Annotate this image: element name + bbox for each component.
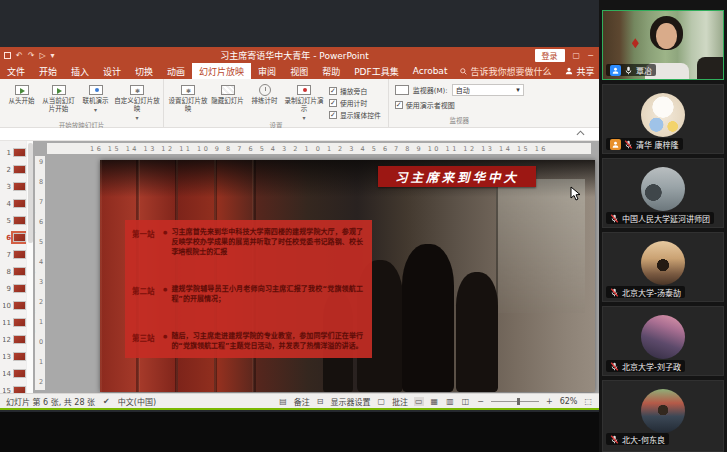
ribbon-options-icon[interactable]: ▢ — [573, 51, 581, 60]
save-icon[interactable] — [4, 52, 11, 59]
slide-canvas: 16 15 14 13 12 11 10 9 8 7 6 5 4 3 2 1 0… — [33, 141, 599, 395]
station-text: 随后，习主席走进建规学院的专业教室，参加同学们正在举行的“党旗领航工程”主题党日… — [171, 331, 363, 351]
participant-tile[interactable]: 北京大学-汤泰劼 — [602, 232, 724, 302]
slide-thumb-13[interactable]: 13 — [0, 348, 26, 365]
hide-slide-button[interactable]: 隐藏幻灯片 — [209, 82, 246, 106]
zoom-slider[interactable] — [491, 401, 539, 402]
slide-thumb-2[interactable]: 2 — [0, 161, 26, 178]
thumbnail-image — [13, 318, 26, 327]
tab-review[interactable]: 审阅 — [251, 63, 283, 79]
slide-thumb-10[interactable]: 10 — [0, 297, 26, 314]
bullet-icon: ● — [163, 227, 167, 257]
fit-to-window-icon[interactable]: ⬚ — [583, 397, 593, 406]
slide-editing-area[interactable]: 习主席来到华中大 第一站 ● 习主席首先来到华中科技大学南四楼的建规学院大厅，参… — [100, 160, 595, 392]
thumbnail-image — [13, 250, 26, 259]
setup-slideshow-button[interactable]: ✱ 设置幻灯片放映 — [167, 82, 209, 114]
person-silhouette — [402, 244, 454, 392]
display-settings-button[interactable]: 显示器设置 — [330, 396, 370, 407]
mic-muted-icon — [610, 214, 619, 223]
thumbnail-image — [13, 199, 26, 208]
monitor-play-icon — [15, 85, 29, 95]
language-indicator[interactable]: 中文(中国) — [118, 396, 156, 407]
participant-name: 中国人民大学延河讲师团 — [622, 213, 710, 224]
station-text: 习主席首先来到华中科技大学南四楼的建规学院大厅，参观了反映学校办学成果的展览并听… — [171, 227, 363, 257]
zoom-out-icon[interactable]: − — [476, 397, 485, 406]
redo-icon[interactable]: ↷ — [28, 51, 35, 60]
login-button[interactable]: 登录 — [535, 49, 565, 62]
comments-icon: ▢ — [376, 397, 386, 406]
slide-thumb-7[interactable]: 7 — [0, 246, 26, 263]
slide-thumb-11[interactable]: 11 — [0, 314, 26, 331]
tab-slideshow[interactable]: 幻灯片放映 — [192, 63, 251, 79]
rehearse-timings-button[interactable]: 排练计时 — [246, 82, 283, 106]
from-beginning-button[interactable]: 从头开始 — [3, 82, 40, 106]
member-badge-icon — [610, 139, 621, 150]
slide-thumb-4[interactable]: 4 — [0, 195, 26, 212]
monitor-dropdown[interactable]: 自动 ▾ — [452, 84, 524, 96]
slide-thumb-8[interactable]: 8 — [0, 263, 26, 280]
tab-view[interactable]: 视图 — [283, 63, 315, 79]
use-presenter-view-checkbox[interactable]: ✓ 使用演示者视图 — [395, 100, 524, 110]
show-media-controls-checkbox[interactable]: ✓ 显示媒体控件 — [329, 110, 381, 120]
slide-thumb-3[interactable]: 3 — [0, 178, 26, 195]
view-slideshow-icon[interactable]: ◫ — [461, 397, 471, 406]
display-settings-icon: ⊟ — [316, 397, 325, 406]
slide-thumb-5[interactable]: 5 — [0, 212, 26, 229]
slide-thumb-12[interactable]: 12 — [0, 331, 26, 348]
tab-home[interactable]: 开始 — [32, 63, 64, 79]
slide-thumbnail-panel[interactable]: 1 2 3 4 5 6 7 8 9 10 11 12 13 14 15 — [0, 141, 26, 395]
tab-insert[interactable]: 插入 — [64, 63, 96, 79]
zoom-slider-thumb[interactable] — [517, 398, 520, 405]
present-online-button[interactable]: 联机演示 ▾ — [77, 82, 114, 113]
participant-name: 覃冶 — [636, 65, 652, 76]
thumbnail-scrollbar[interactable] — [26, 141, 33, 395]
undo-icon[interactable]: ↶ — [16, 51, 23, 60]
zoom-level[interactable]: 62% — [560, 397, 578, 406]
slide-thumb-1[interactable]: 1 — [0, 144, 26, 161]
tab-animations[interactable]: 动画 — [160, 63, 192, 79]
slide-title-banner: 习主席来到华中大 — [378, 166, 536, 187]
minimize-icon[interactable]: ─ — [588, 51, 593, 60]
participant-tile-speaker[interactable]: 覃冶 — [602, 10, 724, 80]
custom-slideshow-button[interactable]: ✱ 自定义幻灯片放映 ▾ — [114, 82, 160, 121]
notes-button[interactable]: 备注 — [294, 396, 310, 407]
use-timings-checkbox[interactable]: ✓ 使用计时 — [329, 98, 381, 108]
view-normal-icon[interactable]: ▭ — [414, 397, 424, 406]
tab-transitions[interactable]: 切换 — [128, 63, 160, 79]
tab-pdf-tools[interactable]: PDF工具集 — [347, 63, 406, 79]
tab-help[interactable]: 帮助 — [315, 63, 347, 79]
clock-icon — [259, 84, 271, 96]
participant-name: 北京大学-刘子政 — [622, 361, 681, 372]
monitor-online-icon — [89, 85, 103, 95]
play-narrations-checkbox[interactable]: ✓ 播放旁白 — [329, 86, 381, 96]
slide-thumb-9[interactable]: 9 — [0, 280, 26, 297]
zoom-in-icon[interactable]: + — [545, 397, 554, 406]
slideshow-icon[interactable]: ▷ — [39, 51, 45, 60]
comments-button[interactable]: 批注 — [392, 396, 408, 407]
ribbon: 从头开始 从当前幻灯片开始 联机演示 ▾ ✱ 自定义幻灯片放映 ▾ 开始放映幻灯… — [0, 79, 599, 128]
checkbox-checked-icon: ✓ — [329, 99, 337, 107]
slide-thumb-6-selected[interactable]: 6 — [0, 229, 26, 246]
spellcheck-icon[interactable]: ✔ — [102, 397, 111, 406]
participant-tile[interactable]: 中国人民大学延河讲师团 — [602, 158, 724, 228]
tab-design[interactable]: 设计 — [96, 63, 128, 79]
slide-thumb-14[interactable]: 14 — [0, 365, 26, 382]
view-reading-icon[interactable]: ▥ — [445, 397, 455, 406]
thumbnail-image — [13, 284, 26, 293]
dropdown-arrow-icon: ▾ — [516, 86, 520, 94]
participant-tile[interactable]: 北京大学-刘子政 — [602, 306, 724, 376]
tab-acrobat[interactable]: Acrobat — [406, 63, 455, 79]
view-sorter-icon[interactable]: ▦ — [430, 397, 440, 406]
participant-tile[interactable]: 清华 康梓隆 — [602, 84, 724, 154]
record-slideshow-button[interactable]: 录制幻灯片演示 ▾ — [283, 82, 325, 121]
thumbnail-image — [13, 148, 26, 157]
share-button[interactable]: 共享 — [557, 63, 602, 79]
collapse-ribbon-icon[interactable] — [576, 130, 585, 136]
chair — [697, 57, 723, 79]
slide-number-indicator[interactable]: 幻灯片 第 6 张, 共 28 张 — [6, 396, 95, 407]
desktop-background-strip — [0, 412, 599, 452]
tell-me-search[interactable]: 告诉我你想要做什么 — [454, 63, 557, 79]
from-current-slide-button[interactable]: 从当前幻灯片开始 — [40, 82, 77, 114]
participant-tile[interactable]: 北大-何东良 — [602, 380, 724, 452]
tab-file[interactable]: 文件 — [0, 63, 32, 79]
